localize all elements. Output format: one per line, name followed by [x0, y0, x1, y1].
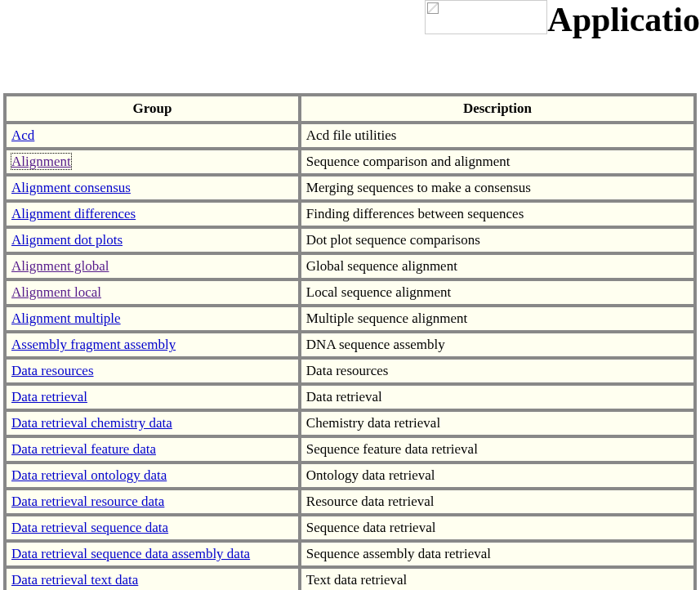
- cell-description: Finding differences between sequences: [301, 202, 694, 226]
- cell-group: Alignment: [6, 150, 299, 174]
- cell-group: Alignment global: [6, 254, 299, 279]
- cell-group: Data retrieval feature data: [6, 437, 299, 462]
- group-link[interactable]: Alignment local: [11, 284, 101, 300]
- cell-group: Data retrieval text data: [6, 568, 299, 590]
- table-row: Assembly fragment assemblyDNA sequence a…: [6, 333, 694, 357]
- table-row: Data retrieval ontology dataOntology dat…: [6, 463, 694, 488]
- cell-group: Alignment local: [6, 280, 299, 305]
- table-row: Alignment consensusMerging sequences to …: [6, 176, 694, 200]
- cell-group: Alignment multiple: [6, 306, 299, 331]
- cell-description: Data resources: [301, 359, 694, 383]
- table-row: Data retrieval sequence data assembly da…: [6, 542, 694, 566]
- cell-description: Resource data retrieval: [301, 489, 694, 514]
- cell-group: Data retrieval ontology data: [6, 463, 299, 488]
- cell-description: Dot plot sequence comparisons: [301, 228, 694, 253]
- group-link[interactable]: Data retrieval sequence data assembly da…: [11, 546, 250, 561]
- table-row: Alignment dot plotsDot plot sequence com…: [6, 228, 694, 253]
- group-link[interactable]: Data retrieval chemistry data: [11, 415, 172, 431]
- group-link[interactable]: Data retrieval feature data: [11, 441, 156, 457]
- cell-description: Merging sequences to make a consensus: [301, 176, 694, 200]
- group-link[interactable]: Data retrieval sequence data: [11, 520, 168, 535]
- group-link[interactable]: Alignment global: [11, 258, 109, 274]
- table-container: Group Description AcdAcd file utilitiesA…: [0, 90, 700, 590]
- table-row: AlignmentSequence comparison and alignme…: [6, 150, 694, 174]
- groups-table: Group Description AcdAcd file utilitiesA…: [3, 93, 697, 590]
- cell-description: Local sequence alignment: [301, 280, 694, 305]
- cell-description: Sequence feature data retrieval: [301, 437, 694, 462]
- cell-description: DNA sequence assembly: [301, 333, 694, 357]
- table-body: AcdAcd file utilitiesAlignmentSequence c…: [6, 123, 694, 590]
- cell-group: Data retrieval sequence data: [6, 516, 299, 540]
- cell-group: Data retrieval chemistry data: [6, 411, 299, 436]
- cell-group: Data retrieval sequence data assembly da…: [6, 542, 299, 566]
- cell-description: Text data retrieval: [301, 568, 694, 590]
- cell-description: Chemistry data retrieval: [301, 411, 694, 436]
- group-link[interactable]: Data retrieval resource data: [11, 494, 164, 509]
- group-link[interactable]: Assembly fragment assembly: [11, 337, 176, 352]
- cell-description: Data retrieval: [301, 385, 694, 409]
- group-link[interactable]: Alignment differences: [11, 206, 136, 221]
- cell-group: Alignment dot plots: [6, 228, 299, 253]
- group-link[interactable]: Alignment: [11, 154, 71, 169]
- page-title: Applicatio: [547, 0, 700, 39]
- cell-group: Acd: [6, 123, 299, 148]
- header-logo-box: [425, 0, 547, 34]
- broken-image-icon: [427, 2, 439, 14]
- table-row: Data resourcesData resources: [6, 359, 694, 383]
- table-row: Data retrieval text dataText data retrie…: [6, 568, 694, 590]
- cell-description: Sequence data retrieval: [301, 516, 694, 540]
- cell-description: Ontology data retrieval: [301, 463, 694, 488]
- table-row: Alignment globalGlobal sequence alignmen…: [6, 254, 694, 279]
- cell-group: Data retrieval resource data: [6, 489, 299, 514]
- header-description: Description: [301, 96, 694, 122]
- group-link[interactable]: Acd: [11, 127, 34, 143]
- group-link[interactable]: Alignment multiple: [11, 311, 121, 326]
- table-row: Data retrievalData retrieval: [6, 385, 694, 409]
- cell-description: Sequence comparison and alignment: [301, 150, 694, 174]
- table-row: Alignment differencesFinding differences…: [6, 202, 694, 226]
- cell-description: Global sequence alignment: [301, 254, 694, 279]
- group-link[interactable]: Data retrieval text data: [11, 572, 138, 588]
- table-row: Data retrieval feature dataSequence feat…: [6, 437, 694, 462]
- spacer: [0, 49, 700, 90]
- cell-group: Alignment consensus: [6, 176, 299, 200]
- cell-group: Data retrieval: [6, 385, 299, 409]
- group-link[interactable]: Alignment consensus: [11, 180, 131, 195]
- cell-group: Alignment differences: [6, 202, 299, 226]
- cell-group: Data resources: [6, 359, 299, 383]
- cell-description: Acd file utilities: [301, 123, 694, 148]
- group-link[interactable]: Data retrieval: [11, 389, 87, 405]
- page-header: Applicatio: [0, 0, 700, 49]
- table-row: Data retrieval sequence dataSequence dat…: [6, 516, 694, 540]
- cell-group: Assembly fragment assembly: [6, 333, 299, 357]
- table-row: Data retrieval chemistry dataChemistry d…: [6, 411, 694, 436]
- table-row: Alignment multipleMultiple sequence alig…: [6, 306, 694, 331]
- header-group: Group: [6, 96, 299, 122]
- group-link[interactable]: Data resources: [11, 363, 94, 378]
- table-row: Data retrieval resource dataResource dat…: [6, 489, 694, 514]
- group-link[interactable]: Alignment dot plots: [11, 232, 123, 248]
- table-header-row: Group Description: [6, 96, 694, 122]
- cell-description: Multiple sequence alignment: [301, 306, 694, 331]
- table-row: AcdAcd file utilities: [6, 123, 694, 148]
- table-row: Alignment localLocal sequence alignment: [6, 280, 694, 305]
- cell-description: Sequence assembly data retrieval: [301, 542, 694, 566]
- group-link[interactable]: Data retrieval ontology data: [11, 467, 167, 483]
